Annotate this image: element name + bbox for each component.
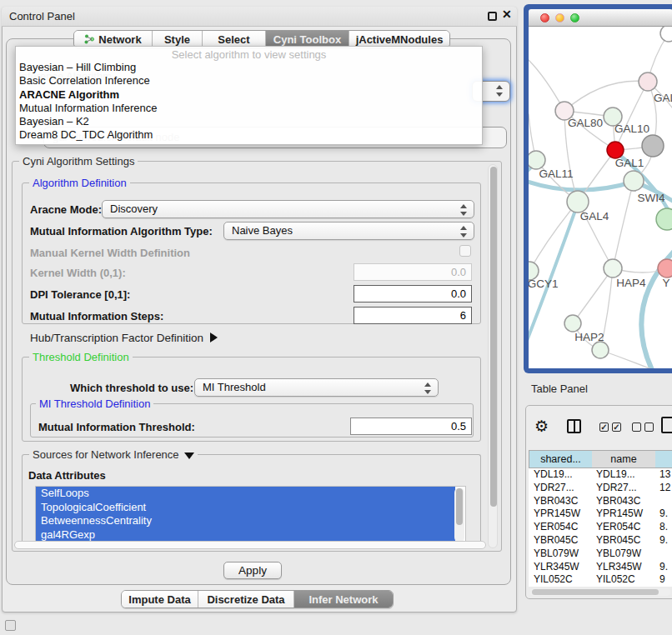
sources-title-text: Sources for Network Inference (33, 448, 179, 461)
sources-group-title[interactable]: Sources for Network Inference (29, 448, 198, 461)
table-row[interactable]: YBL079WYBL079W (529, 548, 672, 561)
algorithm-option[interactable]: Bayesian – Hill Climbing (16, 61, 482, 74)
column-header-shared[interactable]: shared... (529, 450, 593, 468)
cell-name: YBL079W (592, 548, 655, 561)
tab-label: Style (164, 33, 190, 46)
tab-label: Network (98, 33, 141, 46)
table-row[interactable]: YBR045CYBR045C9. (529, 534, 672, 548)
attribute-item[interactable]: gal4RGexp (36, 528, 455, 542)
data-attributes-list[interactable]: SelfLoopsTopologicalCoefficientBetweenne… (35, 486, 466, 543)
cell-shared-name: YDL19... (529, 468, 592, 482)
table-row[interactable]: YLR345WYLR345W9. (529, 561, 672, 574)
network-node[interactable] (639, 72, 657, 91)
zoom-light-icon[interactable] (570, 13, 579, 22)
minimize-light-icon[interactable] (555, 13, 564, 22)
tab-network[interactable]: Network (74, 31, 153, 48)
panel-grip-icon[interactable] (5, 620, 16, 631)
cell-shared-name: YBR045C (529, 534, 592, 548)
data-attributes-label: Data Attributes (28, 469, 106, 482)
collapse-arrow-icon (184, 452, 194, 459)
network-edge (529, 202, 578, 271)
attributes-scrollbar-thumb[interactable] (456, 488, 463, 525)
hub-tf-definition-expander[interactable]: Hub/Transcription Factor Definition (30, 332, 218, 344)
network-edge (613, 181, 634, 268)
network-node[interactable] (607, 142, 624, 158)
network-node[interactable] (642, 135, 664, 157)
node-label: GAL1 (615, 157, 644, 169)
kernel-width-label: Kernel Width (0,1): (30, 267, 126, 279)
settings-scrollbar-thumb[interactable] (490, 167, 497, 507)
cell-shared-name: YBL079W (529, 548, 592, 561)
tab-jactivemnodules[interactable]: jActiveMNodules (349, 31, 449, 48)
mi-algorithm-type-value: Naive Bayes (232, 224, 293, 237)
table-horizontal-scrollbar[interactable] (530, 588, 670, 596)
document-icon[interactable] (661, 417, 672, 433)
table-row[interactable]: YIL052CYIL052C9 (529, 573, 672, 587)
table-row[interactable]: YPR145WYPR145W9. (529, 508, 672, 521)
cell-name: YBR043C (592, 495, 655, 508)
network-node[interactable] (624, 171, 644, 191)
gear-icon[interactable]: ⚙ (534, 418, 549, 434)
control-panel-titlebar: Control Panel (2, 7, 517, 27)
column-header-third[interactable] (655, 450, 672, 468)
tab-style[interactable]: Style (153, 31, 203, 48)
attribute-item[interactable]: SelfLoops (36, 487, 455, 501)
which-threshold-label: Which threshold to use: (70, 382, 193, 394)
algorithm-option[interactable]: Bayesian – K2 (16, 115, 482, 128)
table-row[interactable]: YBR043CYBR043C (529, 495, 672, 508)
attribute-item[interactable]: BetweennessCentrality (36, 514, 455, 528)
settings-scrollbar[interactable] (488, 164, 498, 548)
dpi-tolerance-field[interactable]: 0.0 (354, 285, 472, 302)
column-header-name[interactable]: name (592, 450, 656, 468)
node-label: GAL11 (539, 168, 573, 180)
algorithm-option[interactable]: Basic Correlation Inference (16, 74, 482, 88)
network-node[interactable] (658, 259, 672, 278)
network-node[interactable] (529, 151, 545, 169)
manual-kernel-width-checkbox[interactable] (459, 245, 471, 257)
check-all-icon[interactable]: ✓ (612, 422, 621, 432)
tab-select[interactable]: Select (203, 31, 266, 48)
network-node[interactable] (604, 259, 622, 278)
mi-algorithm-type-combobox[interactable]: Naive Bayes (223, 222, 474, 240)
dropdown-placeholder: Select algorithm to view settings (16, 47, 482, 61)
mi-threshold-field[interactable]: 0.5 (350, 418, 472, 435)
apply-button[interactable]: Apply (223, 562, 282, 579)
uncheck-all-icon[interactable] (632, 422, 641, 432)
node-label: GAL4 (580, 210, 609, 222)
attribute-item[interactable]: TopologicalCoefficient (36, 501, 455, 515)
table-row[interactable]: YER054CYER054C8. (529, 521, 672, 534)
float-window-icon[interactable] (488, 12, 497, 21)
table-body[interactable]: YDL19...YDL19...13YDR27...YDR27...12YBR0… (529, 468, 672, 587)
uncheck-all-icon[interactable] (644, 422, 654, 432)
mi-steps-field[interactable]: 6 (354, 307, 472, 324)
network-canvas[interactable]: GALGAL80GAL10GAL1GAL11SWI4GAL4GCY1HAP4YH… (529, 27, 672, 368)
algorithm-option[interactable]: ARACNE Algorithm (16, 88, 482, 102)
network-node[interactable] (564, 315, 581, 332)
close-light-icon[interactable] (540, 13, 549, 22)
network-window-titlebar[interactable] (529, 9, 672, 27)
network-node[interactable] (592, 342, 609, 358)
tab-discretize-data[interactable]: Discretize Data (198, 591, 294, 608)
network-node[interactable] (656, 208, 672, 230)
attributes-scrollbar[interactable] (454, 488, 464, 542)
algorithm-option[interactable]: Dream8 DC_TDC Algorithm (16, 128, 482, 142)
table-row[interactable]: YDL19...YDL19...13 (529, 468, 672, 482)
hub-tf-definition-label: Hub/Transcription Factor Definition (30, 332, 203, 344)
split-columns-icon[interactable] (567, 419, 581, 433)
tab-cyni-toolbox[interactable]: Cyni Toolbox (266, 31, 349, 48)
network-node[interactable] (660, 27, 672, 42)
aracne-mode-combobox[interactable]: Discovery (102, 200, 474, 218)
tab-infer-network[interactable]: Infer Network (294, 591, 393, 608)
table-row[interactable]: YDR27...YDR27...12 (529, 482, 672, 495)
algorithm-option[interactable]: Mutual Information Inference (16, 102, 482, 115)
cell-name: YBR045C (592, 534, 655, 548)
which-threshold-combobox[interactable]: MI Threshold (194, 378, 439, 397)
tab-impute-data[interactable]: Impute Data (122, 591, 198, 608)
cell-name: YDR27... (592, 482, 655, 495)
close-icon[interactable]: ✕ (502, 8, 512, 21)
network-graph[interactable]: GALGAL80GAL10GAL1GAL11SWI4GAL4GCY1HAP4YH… (529, 27, 672, 368)
settings-horizontal-scrollbar[interactable] (14, 541, 486, 549)
kernel-width-field[interactable]: 0.0 (354, 263, 472, 281)
check-all-icon[interactable]: ✓ (599, 422, 609, 432)
table-horizontal-scrollbar-thumb[interactable] (532, 589, 659, 595)
